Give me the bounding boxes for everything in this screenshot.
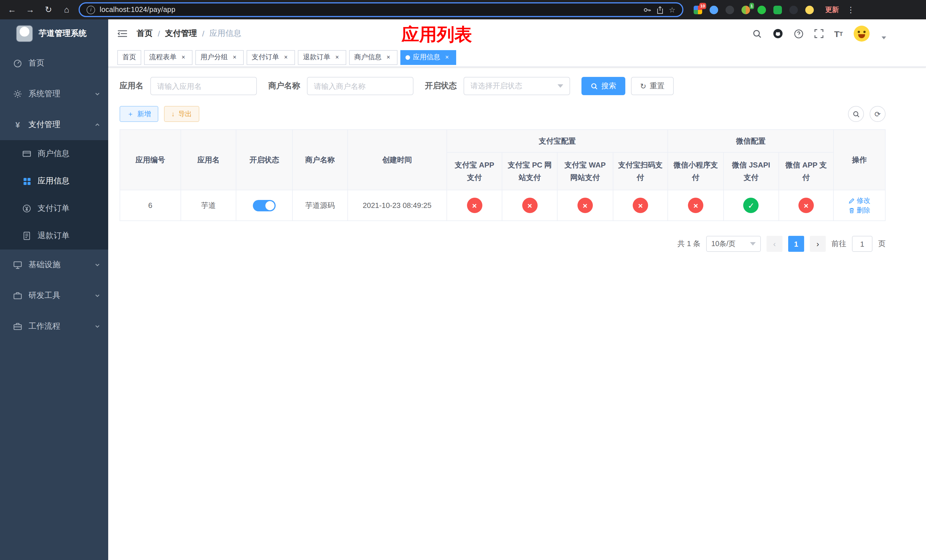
sidebar-item-workflow[interactable]: 工作流程 [0,311,108,342]
status-cross-icon: × [799,198,814,213]
home-icon[interactable]: ⌂ [61,0,73,20]
search-icon[interactable] [752,29,762,38]
sidebar-item-devtools[interactable]: 研发工具 [0,280,108,311]
delete-label: 删除 [856,205,870,215]
back-icon[interactable]: ← [6,0,18,20]
add-button[interactable]: ＋ 新增 [120,106,158,122]
tab-app-info[interactable]: 应用信息 × [400,50,456,65]
reload-icon[interactable]: ↻ [42,0,54,20]
sidebar-item-app-info[interactable]: 应用信息 [0,168,108,195]
pagination-total: 共 1 条 [678,239,701,249]
sidebar-logo[interactable]: 芋道管理系统 [0,20,108,48]
search-icon [590,82,598,90]
col-app-id: 应用编号 [120,130,180,190]
search-button-label: 搜索 [601,81,616,91]
sidebar-item-refund-order[interactable]: 退款订单 [0,222,108,250]
select-placeholder: 请选择开启状态 [471,81,522,91]
tab-close-icon[interactable]: × [282,53,290,61]
col-status: 开启状态 [236,130,292,190]
forward-icon[interactable]: → [24,0,36,20]
tab-process-form[interactable]: 流程表单 × [144,50,192,65]
status-cross-icon: × [467,198,482,213]
tab-close-icon[interactable]: × [443,53,451,61]
tab-merchant-info[interactable]: 商户信息 × [349,50,398,65]
tab-user-group[interactable]: 用户分组 × [195,50,244,65]
cell-alipay-app: × [447,190,502,221]
avatar[interactable] [854,26,870,42]
status-toggle[interactable] [253,200,275,211]
extension-icon[interactable] [726,5,734,14]
sidebar-item-infra[interactable]: 基础设施 [0,250,108,280]
status-select[interactable]: 请选择开启状态 [464,77,570,95]
next-page-button[interactable]: › [810,236,826,252]
help-icon[interactable] [794,29,803,38]
filter-label: 商户名称 [268,81,300,91]
app-name-input[interactable] [150,77,257,95]
extension-icon[interactable] [710,5,718,14]
delete-icon [849,207,855,213]
share-icon[interactable] [656,5,664,14]
col-alipay-pc: 支付宝 PC 网站支付 [502,152,557,190]
goto-page-input[interactable] [852,236,873,252]
browser-toolbar: ← → ↻ ⌂ i localhost:1024/pay/app ☆ 10 [0,0,926,20]
export-button[interactable]: ↓ 导出 [164,106,199,122]
collapse-sidebar-icon[interactable] [117,29,127,38]
header-actions: TT [752,26,886,42]
tab-close-icon[interactable]: × [179,53,188,61]
status-cross-icon: × [633,198,648,213]
add-button-label: 新增 [137,109,151,119]
cell-alipay-wap: × [557,190,613,221]
app-title: 芋道管理系统 [39,29,86,39]
page-info-icon[interactable]: i [86,5,95,14]
sidebar-item-home[interactable]: 首页 [0,48,108,79]
browser-update-button[interactable]: 更新 [825,5,839,15]
page-size-select[interactable]: 10条/页 [706,236,761,252]
sidebar-item-label: 研发工具 [29,291,61,301]
col-alipay-qr: 支付宝扫码支付 [613,152,668,190]
merchant-name-input[interactable] [307,77,413,95]
address-bar[interactable]: i localhost:1024/pay/app ☆ [79,2,683,17]
tab-refund-order[interactable]: 退款订单 × [298,50,346,65]
sidebar-item-payment[interactable]: ¥ 支付管理 [0,109,108,140]
extension-icon[interactable] [757,5,766,14]
extension-icon[interactable] [789,5,798,14]
fullscreen-icon[interactable] [814,29,823,38]
github-icon[interactable] [773,29,783,39]
prev-page-button[interactable]: ‹ [767,236,782,252]
breadcrumb-current: 应用信息 [210,29,242,39]
cell-app-id: 6 [120,190,180,221]
coin-icon [22,204,32,213]
tab-pay-order[interactable]: 支付订单 × [247,50,295,65]
col-created: 创建时间 [347,130,446,190]
search-button[interactable]: 搜索 [581,77,625,95]
url-text[interactable]: localhost:1024/pay/app [100,6,176,14]
extension-icon[interactable]: 10 [694,5,702,14]
sidebar-item-pay-order[interactable]: 支付订单 [0,195,108,222]
col-group-alipay: 支付宝配置 [447,130,668,152]
reset-button[interactable]: ↻ 重置 [631,77,674,95]
toggle-search-button[interactable] [848,106,864,122]
browser-menu-icon[interactable]: ⋮ [847,5,855,14]
avatar-caret-icon[interactable] [882,36,886,39]
refresh-table-button[interactable]: ⟳ [870,106,885,122]
breadcrumb-separator: / [158,29,160,38]
extension-icon[interactable] [773,5,782,14]
extension-icon[interactable] [805,5,814,14]
breadcrumb-payment[interactable]: 支付管理 [165,29,197,39]
edit-link[interactable]: 修改 [849,196,870,205]
page-number-button[interactable]: 1 [788,236,804,252]
refresh-icon: ⟳ [875,110,881,118]
password-key-icon[interactable] [643,5,652,14]
delete-link[interactable]: 删除 [849,205,870,215]
sidebar-item-system[interactable]: 系统管理 [0,79,108,109]
sidebar-item-merchant-info[interactable]: 商户信息 [0,140,108,168]
font-size-icon[interactable]: TT [834,29,843,38]
tab-close-icon[interactable]: × [333,53,341,61]
extension-icon[interactable]: 1 [741,5,750,14]
tab-close-icon[interactable]: × [231,53,239,61]
breadcrumb-home[interactable]: 首页 [137,29,153,39]
cell-status [236,190,292,221]
tab-home[interactable]: 首页 [117,50,141,65]
tab-close-icon[interactable]: × [384,53,392,61]
bookmark-star-icon[interactable]: ☆ [669,5,675,14]
